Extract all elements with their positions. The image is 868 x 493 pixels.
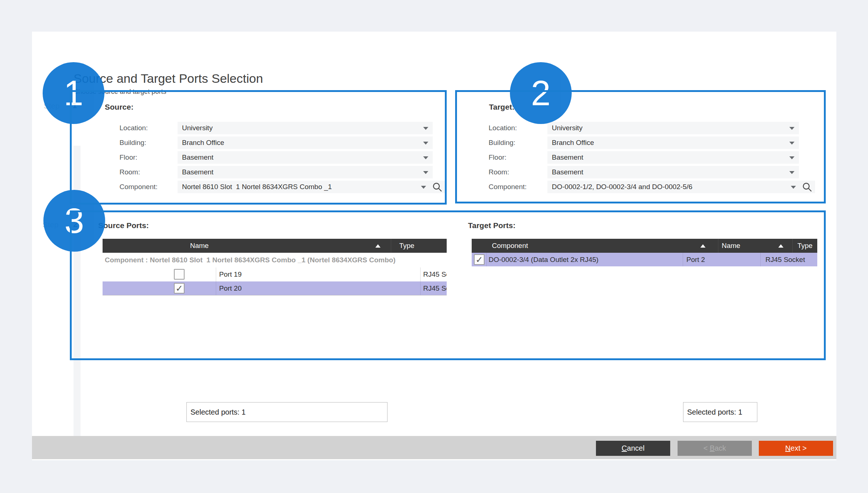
source-ports-heading: Source Ports: [98, 221, 149, 230]
source-building-value: Branch Office [182, 139, 224, 147]
chevron-down-icon [423, 171, 428, 174]
annotation-badge-3: 3 [43, 190, 105, 252]
chevron-down-icon [789, 142, 794, 145]
source-floor-dropdown[interactable]: Basement [178, 151, 433, 164]
target-ports-type-header[interactable]: Type [792, 239, 817, 253]
target-location-value: University [552, 124, 582, 132]
port-name-cell: Port 20 [216, 281, 420, 295]
source-ports-type-header[interactable]: Type [391, 239, 446, 253]
target-ports-heading: Target Ports: [468, 221, 515, 230]
table-row[interactable]: ✓ DO-0002-3/4 (Data Outlet 2x RJ45) Port… [472, 253, 817, 266]
source-location-value: University [182, 124, 212, 132]
port-name-cell: Port 2 [683, 253, 760, 266]
chevron-down-icon [423, 156, 428, 159]
chevron-down-icon [789, 156, 794, 159]
port-name-cell: Port 19 [216, 267, 420, 281]
target-floor-label: Floor: [489, 153, 547, 162]
target-floor-value: Basement [552, 153, 583, 162]
source-location-dropdown[interactable]: University [178, 122, 433, 134]
target-ports-name-header[interactable]: Name [718, 239, 773, 253]
back-mnemonic: B [710, 444, 714, 452]
target-location-label: Location: [489, 124, 547, 132]
source-component-value: Nortel 8610 Slot 1 Nortel 8634XGRS Combo… [182, 183, 332, 191]
target-room-value: Basement [552, 168, 583, 176]
table-row[interactable]: Port 19 RJ45 Socket [103, 267, 447, 281]
source-panel-heading: Source: [105, 103, 133, 111]
source-room-dropdown[interactable]: Basement [178, 166, 433, 178]
component-cell: DO-0002-3/4 (Data Outlet 2x RJ45) [486, 253, 683, 266]
target-panel-heading: Target: [489, 103, 515, 111]
source-component-label: Component: [119, 183, 178, 191]
chevron-down-icon [423, 142, 428, 145]
source-selected-ports-box: Selected ports: 1 [186, 402, 387, 422]
back-button[interactable]: < Back [678, 441, 752, 456]
target-room-label: Room: [489, 168, 547, 176]
annotation-badge-2: 2 [510, 62, 572, 124]
back-label-pre: < [703, 444, 710, 452]
wizard-dialog: Source and Target Ports Selection Choose… [32, 32, 836, 460]
target-ports-component-header[interactable]: Component [492, 239, 654, 253]
source-location-label: Location: [119, 124, 178, 132]
annotation-badge-1: 1 [43, 62, 104, 124]
target-building-label: Building: [489, 139, 547, 147]
cancel-button[interactable]: Cancel [596, 441, 670, 456]
target-floor-dropdown[interactable]: Basement [547, 151, 799, 164]
chevron-down-icon [423, 127, 428, 130]
port-type-cell: RJ45 Socket [420, 267, 447, 281]
target-component-label: Component: [489, 183, 547, 191]
target-selected-ports-box: Selected ports: 1 [683, 402, 757, 422]
sort-ascending-icon [778, 244, 783, 248]
row-checkbox[interactable]: ✓ [174, 283, 185, 294]
source-component-dropdown[interactable]: Nortel 8610 Slot 1 Nortel 8634XGRS Combo… [178, 181, 445, 193]
chevron-down-icon [789, 171, 794, 174]
table-row[interactable]: ✓ Port 20 RJ45 Socket [103, 281, 447, 295]
source-ports-table-header: Name Type [103, 239, 447, 253]
search-icon[interactable] [802, 182, 812, 194]
next-mnemonic: N [785, 444, 790, 452]
back-label-rest: ack [715, 444, 726, 452]
sort-ascending-icon [700, 244, 706, 248]
source-room-label: Room: [119, 168, 178, 176]
search-icon[interactable] [432, 182, 442, 194]
source-building-label: Building: [119, 139, 178, 147]
source-ports-name-header[interactable]: Name [190, 239, 374, 253]
chevron-down-icon [789, 127, 794, 130]
target-location-dropdown[interactable]: University [547, 122, 799, 134]
target-room-dropdown[interactable]: Basement [547, 166, 799, 178]
row-checkbox[interactable] [174, 269, 185, 280]
source-building-dropdown[interactable]: Branch Office [178, 136, 433, 149]
next-label-rest: ext > [790, 444, 807, 452]
source-room-value: Basement [182, 168, 214, 176]
target-building-value: Branch Office [552, 139, 594, 147]
screen: Source and Target Ports Selection Choose… [0, 0, 868, 493]
target-component-dropdown[interactable]: DO-0002-1/2, DO-0002-3/4 and DO-0002-5/6 [547, 181, 815, 193]
chevron-down-icon [421, 186, 426, 189]
port-type-cell: RJ45 Socket [760, 253, 817, 266]
next-button[interactable]: Next > [759, 441, 833, 456]
port-type-cell: RJ45 Socket [420, 281, 447, 295]
row-checkbox[interactable]: ✓ [474, 254, 485, 265]
sort-ascending-icon [375, 244, 381, 248]
source-floor-label: Floor: [119, 153, 178, 162]
chevron-down-icon [791, 186, 796, 189]
target-component-value: DO-0002-1/2, DO-0002-3/4 and DO-0002-5/6 [552, 183, 692, 191]
source-floor-value: Basement [182, 153, 214, 162]
target-ports-table-header: Component Name Type [472, 239, 817, 253]
cancel-mnemonic: C [622, 444, 627, 452]
target-building-dropdown[interactable]: Branch Office [547, 136, 799, 149]
cancel-label-rest: ancel [627, 444, 644, 452]
source-ports-group-row: Component : Nortel 8610 Slot 1 Nortel 86… [103, 253, 447, 267]
